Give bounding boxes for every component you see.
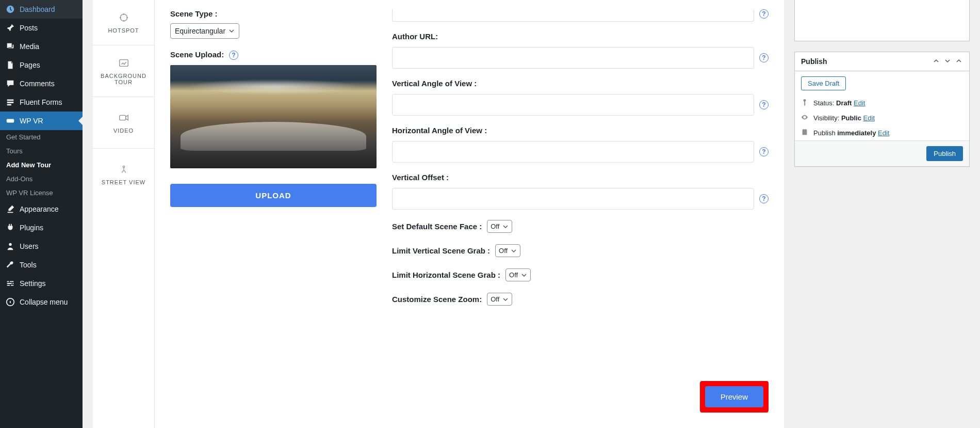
menu-pages[interactable]: Pages xyxy=(0,56,83,74)
haov-label: Horizontal Angle of View : xyxy=(392,126,769,135)
panel-up-icon[interactable] xyxy=(932,57,940,66)
visibility-edit-link[interactable]: Edit xyxy=(863,114,875,122)
help-icon[interactable]: ? xyxy=(759,147,769,156)
admin-sidebar: Dashboard Posts Media Pages Comments xyxy=(0,0,83,428)
svg-point-6 xyxy=(123,166,124,167)
preview-highlight: Preview xyxy=(700,381,769,413)
select-value: Off xyxy=(491,295,499,303)
svg-point-3 xyxy=(120,14,127,21)
visibility-value: Public xyxy=(841,114,861,122)
status-value: Draft xyxy=(836,99,852,107)
help-icon[interactable]: ? xyxy=(759,100,769,109)
menu-dashboard[interactable]: Dashboard xyxy=(0,0,83,19)
publish-value: immediately xyxy=(837,129,876,137)
content-panel: HOTSPOT BACKGROUND TOUR VIDEO xyxy=(93,0,784,428)
submenu-add-new-tour[interactable]: Add New Tour xyxy=(0,158,83,172)
select-value: Equirectangular xyxy=(175,27,225,35)
voffset-input[interactable] xyxy=(392,188,754,210)
help-icon[interactable]: ? xyxy=(759,194,769,203)
help-icon[interactable]: ? xyxy=(229,51,238,60)
tab-background-tour[interactable]: BACKGROUND TOUR xyxy=(93,45,154,97)
submenu-get-started[interactable]: Get Started xyxy=(0,130,83,144)
video-icon xyxy=(118,112,129,123)
help-icon[interactable]: ? xyxy=(759,9,769,19)
menu-label: Settings xyxy=(20,279,46,288)
haov-input[interactable] xyxy=(392,141,754,163)
brush-icon xyxy=(5,204,15,214)
menu-media[interactable]: Media xyxy=(0,37,83,56)
eye-icon xyxy=(801,114,809,122)
menu-posts[interactable]: Posts xyxy=(0,19,83,37)
publish-edit-link[interactable]: Edit xyxy=(878,129,889,137)
zoom-label: Customize Scene Zoom: xyxy=(392,295,482,304)
menu-label: WP VR xyxy=(20,117,43,125)
menu-settings[interactable]: Settings xyxy=(0,274,83,293)
menu-appearance[interactable]: Appearance xyxy=(0,200,83,218)
default-face-select[interactable]: Off xyxy=(487,220,512,233)
comment-icon xyxy=(5,78,15,89)
status-edit-link[interactable]: Edit xyxy=(854,99,865,107)
pin-icon xyxy=(5,23,15,33)
zoom-select[interactable]: Off xyxy=(487,293,512,306)
menu-label: Media xyxy=(20,42,39,51)
author-url-input[interactable] xyxy=(392,47,754,69)
voffset-label: Vertical Offset : xyxy=(392,173,769,182)
chevron-down-icon xyxy=(228,28,235,34)
plug-icon xyxy=(5,223,15,233)
menu-label: Tools xyxy=(20,261,37,269)
upload-button[interactable]: UPLOAD xyxy=(170,184,377,207)
publish-button[interactable]: Publish xyxy=(926,146,963,161)
visibility-label: Visibility: xyxy=(813,114,841,122)
save-draft-button[interactable]: Save Draft xyxy=(801,76,846,90)
collapse-icon xyxy=(5,297,15,307)
key-icon xyxy=(801,99,809,107)
menu-users[interactable]: Users xyxy=(0,237,83,256)
chevron-down-icon xyxy=(502,296,509,303)
scene-type-select[interactable]: Equirectangular xyxy=(170,23,239,39)
submenu-add-ons[interactable]: Add-Ons xyxy=(0,172,83,186)
form-icon xyxy=(5,97,15,107)
tab-street-view[interactable]: STREET VIEW xyxy=(93,149,154,200)
svg-point-1 xyxy=(9,243,11,246)
submenu-license[interactable]: WP VR License xyxy=(0,186,83,200)
menu-wp-vr[interactable]: WP VR xyxy=(0,112,83,130)
scene-upload-label: Scene Upload: xyxy=(170,50,224,59)
tab-hotspot[interactable]: HOTSPOT xyxy=(93,0,154,45)
panel-down-icon[interactable] xyxy=(943,57,952,66)
chevron-down-icon xyxy=(511,248,517,254)
crosshair-icon xyxy=(118,12,129,23)
svg-rect-5 xyxy=(119,115,125,120)
limit-h-select[interactable]: Off xyxy=(505,268,531,281)
select-value: Off xyxy=(491,223,499,230)
vaov-input[interactable] xyxy=(392,94,754,116)
menu-label: Fluent Forms xyxy=(20,98,62,106)
tab-video[interactable]: VIDEO xyxy=(93,97,154,149)
streetview-icon xyxy=(118,164,129,175)
menu-label: Appearance xyxy=(20,205,59,213)
tab-label: STREET VIEW xyxy=(102,179,145,185)
menu-plugins[interactable]: Plugins xyxy=(0,218,83,237)
calendar-icon xyxy=(801,129,809,137)
menu-tools[interactable]: Tools xyxy=(0,256,83,274)
tab-label: BACKGROUND TOUR xyxy=(96,73,151,85)
menu-label: Posts xyxy=(20,24,38,32)
partial-input-top[interactable] xyxy=(392,9,754,22)
menu-fluent-forms[interactable]: Fluent Forms xyxy=(0,93,83,112)
page-icon xyxy=(5,60,15,70)
submenu-tours[interactable]: Tours xyxy=(0,144,83,158)
limit-v-select[interactable]: Off xyxy=(495,244,520,257)
image-icon xyxy=(118,57,129,69)
limit-h-label: Limit Horizontal Scene Grab : xyxy=(392,271,500,279)
scene-thumbnail[interactable] xyxy=(170,65,377,168)
vaov-label: Vertical Angle of View : xyxy=(392,79,769,88)
help-icon[interactable]: ? xyxy=(759,53,769,62)
select-value: Off xyxy=(499,247,508,255)
limit-v-label: Limit Vertical Scene Grab : xyxy=(392,246,490,255)
publish-title: Publish xyxy=(801,57,827,66)
preview-button[interactable]: Preview xyxy=(705,386,763,407)
menu-collapse[interactable]: Collapse menu xyxy=(0,293,83,311)
wrench-icon xyxy=(5,260,15,270)
sliders-icon xyxy=(5,278,15,289)
panel-toggle-icon[interactable] xyxy=(955,57,963,66)
menu-comments[interactable]: Comments xyxy=(0,74,83,93)
